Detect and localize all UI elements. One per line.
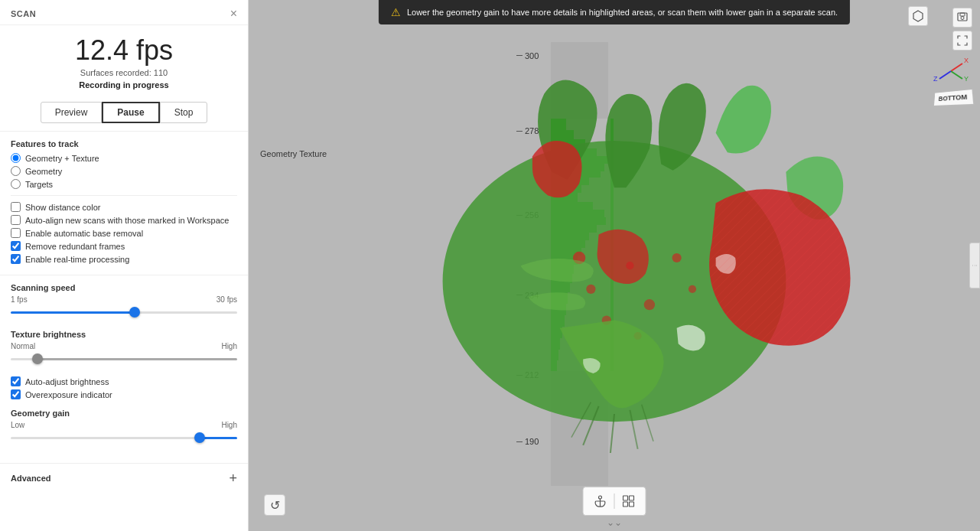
view-cube-label: BOTTOM [939, 93, 968, 103]
scanning-speed-label: Scanning speed [11, 283, 237, 292]
chevron-icon: ⌄⌄ [607, 517, 622, 528]
left-panel: SCAN × 12.4 fps Surfaces recorded: 110 R… [0, 0, 249, 531]
close-button[interactable]: × [230, 8, 237, 20]
svg-point-67 [689, 285, 696, 293]
auto-align-row: Auto-align new scans with those marked i… [11, 215, 237, 225]
feature-targets-label: Targets [25, 180, 53, 189]
svg-text:Z: Z [933, 75, 938, 83]
texture-brightness-track [11, 352, 237, 366]
geometry-gain-label: Geometry gain [11, 409, 237, 418]
surfaces-recorded: Surfaces recorded: 110 [11, 68, 237, 77]
auto-adjust-brightness-label: Auto-adjust brightness [25, 377, 109, 386]
feature-targets-radio[interactable] [11, 179, 21, 189]
bottom-toolbar [583, 487, 646, 516]
texture-brightness-label: Texture brightness [11, 330, 237, 339]
save-screenshot-button[interactable] [952, 8, 972, 28]
warning-bar: ⚠ Lower the geometry gain to have more d… [379, 0, 850, 24]
axis-gizmo: X Y Z [932, 52, 970, 90]
geometry-gain-min: Low [11, 421, 24, 429]
panel-title: SCAN [11, 9, 36, 18]
recording-status: Recording in progress [11, 80, 237, 90]
svg-point-64 [626, 262, 633, 269]
svg-text:Y: Y [964, 75, 969, 83]
geometry-gain-track [11, 431, 237, 445]
main-area: ⚠ Lower the geometry gain to have more d… [249, 0, 980, 531]
realtime-processing-row: Enable real-time processing [11, 254, 237, 264]
toolbar-divider [614, 494, 615, 509]
show-distance-color-checkbox[interactable] [11, 202, 21, 212]
geometry-gain-max: High [221, 421, 237, 429]
fps-section: 12.4 fps Surfaces recorded: 110 Recordin… [0, 25, 248, 94]
realtime-processing-label: Enable real-time processing [25, 255, 129, 264]
overexposure-indicator-row: Overexposure indicator [11, 389, 237, 399]
svg-point-66 [672, 253, 681, 262]
reset-view-icon: ↺ [270, 498, 280, 513]
grid-icon-button[interactable] [618, 490, 640, 512]
texture-brightness-min: Normal [11, 342, 35, 350]
scanning-speed-min: 1 fps [11, 295, 28, 304]
remove-frames-checkbox[interactable] [11, 241, 21, 251]
bottom-chevron[interactable]: ⌄⌄ [607, 517, 622, 528]
scanning-speed-range: 1 fps 30 fps [11, 295, 237, 304]
texture-brightness-range: Normal High [11, 342, 237, 350]
options-section: Features to track Geometry + Texture Geo… [0, 132, 248, 275]
preview-button[interactable]: Preview [41, 102, 103, 123]
svg-point-76 [599, 496, 602, 499]
reset-view-button[interactable]: ↺ [264, 494, 285, 516]
remove-frames-row: Remove redundant frames [11, 241, 237, 251]
fullscreen-button[interactable] [952, 31, 972, 50]
warning-icon: ⚠ [391, 6, 401, 18]
stop-button[interactable]: Stop [160, 102, 208, 123]
scanning-speed-slider[interactable] [11, 311, 237, 314]
remove-frames-label: Remove redundant frames [25, 242, 125, 251]
svg-rect-82 [630, 502, 634, 507]
realtime-processing-checkbox[interactable] [11, 254, 21, 264]
texture-brightness-slider[interactable] [11, 358, 237, 360]
auto-base-removal-checkbox[interactable] [11, 228, 21, 238]
svg-point-63 [586, 285, 595, 294]
svg-rect-1 [960, 13, 965, 16]
auto-align-label: Auto-align new scans with those marked i… [25, 216, 229, 225]
svg-point-2 [961, 17, 964, 20]
auto-base-removal-label: Enable automatic base removal [25, 229, 143, 238]
feature-geo-row: Geometry [11, 166, 237, 176]
feature-geo-radio[interactable] [11, 166, 21, 176]
svg-point-65 [644, 299, 655, 310]
svg-rect-79 [623, 496, 628, 500]
view-cube[interactable]: BOTTOM [933, 89, 974, 106]
svg-line-5 [939, 71, 951, 79]
texture-brightness-group: Texture brightness Normal High [11, 330, 237, 366]
overexposure-indicator-checkbox[interactable] [11, 389, 21, 399]
scanning-speed-group: Scanning speed 1 fps 30 fps [11, 283, 237, 319]
texture-brightness-max: High [221, 342, 237, 350]
geometry-gain-range: Low High [11, 421, 237, 429]
overexposure-indicator-label: Overexposure indicator [25, 390, 112, 399]
auto-align-checkbox[interactable] [11, 215, 21, 225]
fps-display: 12.4 fps [11, 34, 237, 67]
advanced-section[interactable]: Advanced + [0, 463, 248, 493]
svg-line-3 [951, 64, 962, 71]
show-distance-color-label: Show distance color [25, 203, 100, 212]
controls-row: Preview Pause Stop [0, 94, 248, 132]
advanced-label: Advanced [11, 474, 51, 483]
feature-geo-tex-radio[interactable] [11, 153, 21, 163]
auto-adjust-brightness-row: Auto-adjust brightness [11, 376, 237, 386]
right-edge-handle[interactable]: ⋮ [969, 243, 980, 288]
feature-geo-tex-label: Geometry + Texture [25, 154, 99, 163]
geometry-gain-group: Geometry gain Low High [11, 409, 237, 445]
features-label: Features to track [11, 139, 237, 148]
scanning-speed-max: 30 fps [217, 295, 237, 304]
svg-line-4 [951, 71, 962, 79]
scan-object[interactable] [302, 31, 926, 485]
feature-targets-row: Targets [11, 179, 237, 189]
feature-geo-label: Geometry [25, 167, 62, 176]
nav-cube-icon[interactable] [908, 6, 928, 26]
pause-button[interactable]: Pause [102, 102, 159, 123]
panel-header: SCAN × [0, 0, 248, 25]
advanced-expand-icon: + [229, 471, 237, 485]
auto-adjust-brightness-checkbox[interactable] [11, 376, 21, 386]
top-right-icons [952, 8, 972, 50]
geometry-gain-slider[interactable] [11, 437, 237, 439]
svg-rect-81 [623, 502, 628, 507]
anchor-icon-button[interactable] [590, 490, 611, 512]
